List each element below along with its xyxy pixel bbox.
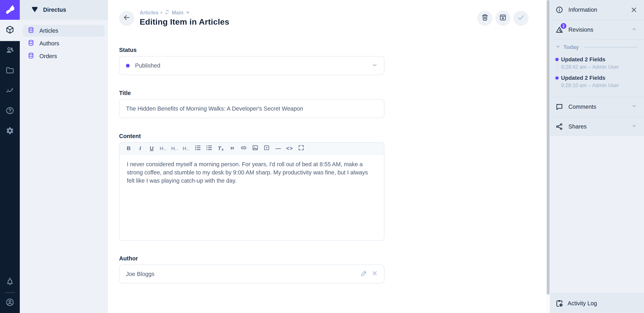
video-button[interactable]	[262, 144, 272, 153]
blockquote-icon: ”	[230, 149, 234, 152]
revisions-count-badge: 2	[561, 23, 566, 29]
ordered-list-button[interactable]: 123	[192, 144, 203, 153]
italic-button[interactable]: I	[135, 144, 145, 153]
edit-pencil-icon[interactable]	[360, 270, 368, 278]
bullet-list-icon	[206, 144, 213, 153]
author-field[interactable]: Joe Bloggs	[119, 265, 384, 284]
group-label: Today	[564, 44, 579, 50]
sidebar-section-shares[interactable]: Shares	[550, 117, 644, 136]
blockquote-button[interactable]: ”	[227, 144, 237, 153]
group-rule	[584, 47, 638, 47]
save-button[interactable]	[513, 11, 528, 26]
module-content-button[interactable]	[0, 20, 20, 41]
module-docs-button[interactable]	[0, 101, 20, 121]
module-insights-button[interactable]	[0, 81, 20, 101]
content-paragraph: I never considered myself a morning pers…	[127, 160, 377, 185]
account-button[interactable]	[0, 293, 20, 313]
shares-label: Shares	[568, 123, 587, 130]
fullscreen-icon	[298, 144, 305, 153]
breadcrumb-separator: •	[160, 10, 162, 15]
save-as-copy-button[interactable]	[496, 11, 511, 26]
status-select[interactable]: Published	[119, 56, 384, 75]
notifications-button[interactable]	[0, 272, 20, 292]
sidebar-item-orders[interactable]: Orders	[23, 50, 105, 62]
heading1-button[interactable]: H..	[158, 144, 168, 153]
breadcrumb-version[interactable]: Main	[172, 10, 184, 15]
title-field-label: Title	[119, 90, 384, 96]
bell-icon	[5, 277, 14, 288]
bold-icon: B	[127, 145, 131, 151]
arrow-left-icon	[122, 13, 131, 23]
directus-logo[interactable]	[0, 0, 20, 20]
sidebar-activity-log[interactable]: Activity Log	[550, 294, 644, 313]
horizontal-rule-button[interactable]: —	[273, 144, 283, 153]
nav-items: Articles Authors Orders	[20, 20, 108, 67]
sidebar-item-label: Authors	[40, 40, 59, 47]
rich-text-editor: B I U H.. H.. H.. 123 Tx ” — <>	[119, 142, 384, 241]
fullscreen-button[interactable]	[296, 144, 306, 153]
heading2-icon: H..	[171, 146, 178, 151]
svg-text:3: 3	[195, 148, 196, 151]
info-circle-icon	[555, 6, 564, 14]
bold-button[interactable]: B	[124, 144, 134, 153]
clear-format-button[interactable]: Tx	[216, 144, 226, 153]
check-icon	[517, 13, 525, 23]
code-button[interactable]: <>	[284, 144, 295, 153]
revisions-group-today[interactable]: Today	[555, 44, 638, 51]
title-input[interactable]: The Hidden Benefits of Morning Walks: A …	[119, 99, 384, 118]
chevron-up-icon[interactable]	[631, 26, 638, 34]
project-logo-icon	[31, 5, 39, 14]
breadcrumb-collection[interactable]: Articles	[140, 10, 158, 15]
close-sidebar-button[interactable]	[630, 6, 638, 13]
revision-title: Updated 2 Fields	[561, 56, 638, 63]
trash-icon	[481, 13, 489, 23]
sidebar-section-comments[interactable]: Comments	[550, 97, 644, 117]
sidebar-item-articles[interactable]: Articles	[23, 25, 105, 36]
heading2-button[interactable]: H..	[170, 144, 180, 153]
delete-button[interactable]	[477, 11, 492, 26]
revisions-panel: Today Updated 2 Fields 9:28:42 am – Admi…	[550, 39, 644, 97]
activity-log-label: Activity Log	[568, 300, 597, 307]
module-settings-button[interactable]	[0, 121, 20, 142]
header-text: Articles • Main Editing Item in Articles	[140, 9, 230, 26]
revision-entry[interactable]: Updated 2 Fields 9:28:10 am – Admin User	[555, 74, 638, 89]
module-users-button[interactable]	[0, 41, 20, 61]
project-name: Directus	[43, 6, 66, 13]
underline-icon: U	[150, 145, 154, 151]
database-icon	[28, 52, 34, 60]
comment-bubble-icon	[555, 103, 564, 111]
module-files-button[interactable]	[0, 61, 20, 81]
main-scrollbar-thumb[interactable]	[547, 0, 550, 295]
share-icon	[555, 122, 564, 131]
back-button[interactable]	[119, 11, 134, 26]
archive-download-icon	[499, 13, 507, 23]
revision-entry[interactable]: Updated 2 Fields 9:28:42 am – Admin User	[555, 56, 638, 70]
author-value: Joe Bloggs	[126, 271, 154, 277]
chevron-down-icon[interactable]	[371, 61, 378, 70]
gear-icon	[5, 126, 14, 137]
content-field-label: Content	[119, 133, 384, 139]
avatar-icon	[5, 298, 14, 309]
underline-button[interactable]: U	[146, 144, 157, 153]
link-button[interactable]	[238, 144, 249, 153]
chevron-down-icon[interactable]	[631, 103, 638, 111]
sidebar-section-revisions[interactable]: 2 Revisions	[550, 20, 644, 39]
sidebar-section-information[interactable]: Information	[550, 0, 644, 20]
heading3-button[interactable]: H..	[181, 144, 191, 153]
project-header[interactable]: Directus	[20, 0, 108, 20]
heading3-icon: H..	[183, 146, 190, 151]
deselect-x-icon[interactable]	[371, 270, 378, 278]
directus-app: Directus Articles Authors Orders	[0, 0, 644, 313]
heading1-icon: H..	[160, 146, 166, 151]
editor-body[interactable]: I never considered myself a morning pers…	[120, 154, 384, 241]
bullet-list-button[interactable]	[204, 144, 214, 153]
editor-toolbar: B I U H.. H.. H.. 123 Tx ” — <>	[120, 143, 384, 154]
ordered-list-icon: 123	[194, 144, 201, 153]
activity-log-icon	[555, 299, 564, 308]
status-dot-icon	[126, 64, 130, 67]
breadcrumb[interactable]: Articles • Main	[140, 9, 230, 16]
chevron-down-icon[interactable]	[631, 123, 638, 131]
sidebar-item-authors[interactable]: Authors	[23, 38, 105, 49]
main-scrollbar-track[interactable]	[546, 0, 550, 313]
image-button[interactable]	[250, 144, 260, 153]
